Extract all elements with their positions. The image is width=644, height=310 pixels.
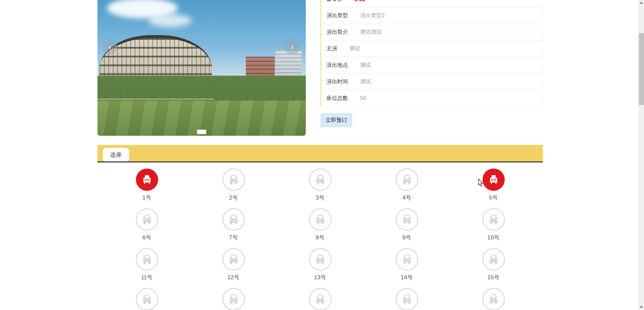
tab-seat-selection[interactable]: 选座: [103, 148, 129, 161]
chevron-right-icon: ›: [291, 44, 293, 51]
seat-cell[interactable]: 7号: [190, 202, 277, 242]
detail-row-package-price: 套餐价 ¥45: [320, 0, 543, 7]
seat-label: 7号: [229, 234, 238, 241]
armchair-seat-icon[interactable]: [136, 248, 158, 270]
detail-value: 50: [360, 95, 366, 101]
performance-details: 套餐价 ¥45 演出类型 演出类型2 演出简介 测试测试 主演 测试 演出地点 …: [320, 0, 543, 127]
seat-label: 5号: [489, 194, 498, 202]
page: { "performance": { "rows": [ {"label": "…: [0, 0, 644, 310]
scrollbar-down-arrow-icon[interactable]: [640, 306, 643, 308]
seat-label: 4号: [402, 194, 411, 202]
detail-value: 测试: [349, 45, 360, 52]
seat-cell[interactable]: 2号: [190, 162, 277, 202]
armchair-seat-icon[interactable]: [309, 169, 331, 191]
seat-cell[interactable]: 10号: [450, 202, 537, 242]
armchair-seat-icon[interactable]: [482, 248, 505, 270]
detail-label: 主演: [326, 45, 337, 52]
seat-cell[interactable]: 13号: [277, 242, 363, 282]
seat-cell[interactable]: 6号: [104, 202, 190, 242]
seat-label: 8号: [316, 234, 324, 241]
seat-label: 3号: [316, 194, 324, 202]
photo-fence: [97, 99, 214, 100]
seat-label: 14号: [401, 274, 413, 281]
armchair-seat-icon[interactable]: [396, 169, 418, 191]
armchair-seat-icon[interactable]: [396, 288, 418, 310]
seat-cell[interactable]: 1号: [104, 162, 190, 202]
seat-section-tabbar: 选座: [97, 145, 543, 162]
armchair-seat-icon[interactable]: [136, 288, 158, 310]
detail-row-show-intro: 演出简介 测试测试: [320, 24, 543, 40]
armchair-seat-icon[interactable]: [309, 248, 331, 270]
detail-row-show-time: 演出时间 测试: [320, 74, 543, 90]
carousel-prev-button[interactable]: ‹: [103, 40, 117, 55]
seat-cell[interactable]: 16号: [104, 282, 190, 310]
armchair-seat-icon[interactable]: [396, 208, 418, 231]
seat-cell[interactable]: 8号: [277, 202, 363, 242]
vertical-scrollbar[interactable]: [638, 0, 644, 310]
seat-cell[interactable]: 9号: [363, 202, 450, 242]
armchair-seat-icon[interactable]: [136, 169, 158, 191]
detail-label: 演出简介: [326, 29, 348, 36]
seat-label: 9号: [402, 234, 411, 241]
detail-label: 演出时间: [326, 78, 348, 85]
seat-label: 2号: [229, 194, 238, 202]
seat-label: 10号: [488, 234, 500, 241]
detail-label: 演出类型: [326, 12, 348, 19]
armchair-seat-icon[interactable]: [223, 169, 245, 191]
detail-row-show-type: 演出类型 演出类型2: [320, 7, 543, 24]
detail-label: 演出地点: [326, 62, 348, 69]
detail-row-show-location: 演出地点 测试: [320, 57, 543, 73]
armchair-seat-icon[interactable]: [223, 208, 245, 231]
seat-label: 6号: [142, 234, 151, 241]
chevron-left-icon: ‹: [109, 44, 111, 51]
seat-label: 12号: [228, 274, 240, 281]
seat-cell[interactable]: 19号: [363, 282, 450, 310]
armchair-seat-icon[interactable]: [223, 288, 245, 310]
seat-label: 1号: [142, 194, 151, 202]
armchair-seat-icon[interactable]: [482, 208, 505, 231]
price-value: ¥45: [354, 0, 365, 3]
seat-cell[interactable]: 14号: [363, 242, 450, 282]
detail-row-lead-actor: 主演 测试: [320, 41, 543, 57]
seat-label: 11号: [141, 274, 153, 281]
armchair-seat-icon[interactable]: [309, 208, 331, 231]
seat-grid: 1号 2号 3号: [97, 162, 543, 310]
detail-label: 座位总数: [326, 95, 348, 102]
armchair-seat-icon[interactable]: [482, 169, 505, 191]
seat-cell[interactable]: 18号: [277, 282, 363, 310]
armchair-seat-icon[interactable]: [396, 248, 418, 270]
detail-value: 测试: [360, 78, 371, 85]
armchair-seat-icon[interactable]: [309, 288, 331, 310]
book-now-button[interactable]: 立即预订: [320, 113, 352, 127]
armchair-seat-icon[interactable]: [136, 208, 158, 231]
carousel-indicator[interactable]: [197, 130, 206, 134]
seat-label: 15号: [488, 274, 500, 281]
seat-cell[interactable]: 11号: [104, 242, 190, 282]
seat-cell[interactable]: 15号: [450, 242, 537, 282]
seat-cell[interactable]: 12号: [190, 242, 277, 282]
seat-label: 13号: [314, 274, 326, 281]
detail-label: 套餐价: [326, 0, 343, 3]
seat-cell[interactable]: 4号: [363, 162, 450, 202]
detail-value: 测试测试: [360, 29, 382, 36]
armchair-seat-icon[interactable]: [223, 248, 245, 270]
seat-cell[interactable]: 20号: [450, 282, 537, 310]
detail-value: 测试: [360, 62, 371, 69]
photo-cloud: [148, 14, 192, 27]
seat-cell[interactable]: 3号: [277, 162, 363, 202]
carousel-next-button[interactable]: ›: [285, 40, 300, 55]
seat-cell[interactable]: 5号: [450, 162, 537, 202]
detail-value: 演出类型2: [360, 12, 385, 19]
detail-row-total-seats: 座位总数 50: [320, 90, 543, 106]
scrollbar-up-arrow-icon[interactable]: [640, 2, 643, 4]
venue-photo-carousel: ‹ ›: [97, 0, 306, 136]
armchair-seat-icon[interactable]: [482, 288, 505, 310]
seat-cell[interactable]: 17号: [190, 282, 277, 310]
scrollbar-thumb[interactable]: [639, 33, 644, 105]
